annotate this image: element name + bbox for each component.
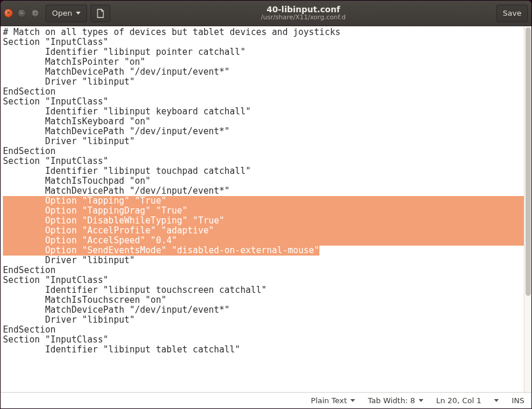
editor-line: EndSection <box>3 265 531 275</box>
editor-line: Identifier "libinput keyboard catchall" <box>3 107 531 117</box>
cursor-position-label: Ln 20, Col 1 <box>436 396 481 405</box>
editor-line: Option "Tapping" "True" <box>3 196 531 206</box>
tab-width-selector[interactable]: Tab Width: 8 <box>368 396 423 405</box>
editor-line: Driver "libinput" <box>3 137 531 146</box>
document-path: /usr/share/X11/xorg.conf.d <box>114 14 493 21</box>
editor-line: MatchDevicePath "/dev/input/event*" <box>3 186 531 196</box>
editor-line: Identifier "libinput pointer catchall" <box>3 47 531 57</box>
open-button[interactable]: Open <box>46 5 87 22</box>
editor-line: Driver "libinput" <box>3 256 531 265</box>
chevron-down-icon <box>76 12 81 15</box>
editor-line: MatchDevicePath "/dev/input/event*" <box>3 127 531 137</box>
editor-line: # Match on all types of devices but tabl… <box>3 27 531 37</box>
status-bar: Plain Text Tab Width: 8 Ln 20, Col 1 INS <box>1 392 531 408</box>
close-icon[interactable]: ✕ <box>4 9 13 18</box>
header-bar: ✕ – ▢ Open 40-libinput.conf /usr/share/X… <box>1 1 531 26</box>
editor-line: Driver "libinput" <box>3 315 531 325</box>
chevron-down-icon <box>494 399 499 402</box>
editor-line: Option "DisableWhileTyping" "True" <box>3 216 531 226</box>
text-editor[interactable]: # Match on all types of devices but tabl… <box>1 26 531 392</box>
editor-line: Identifier "libinput tablet catchall" <box>3 345 531 355</box>
chevron-down-icon <box>350 399 355 402</box>
editor-line: Option "AccelProfile" "adaptive" <box>3 226 531 236</box>
scrollbar-thumb[interactable] <box>526 27 531 296</box>
insert-mode-label: INS <box>512 396 524 405</box>
editor-line: Section "InputClass" <box>3 335 531 345</box>
editor-line: MatchIsTouchscreen "on" <box>3 295 531 305</box>
editor-line: MatchDevicePath "/dev/input/event*" <box>3 305 531 315</box>
editor-line: Section "InputClass" <box>3 97 531 107</box>
editor-line: MatchIsTouchpad "on" <box>3 176 531 186</box>
editor-line: Section "InputClass" <box>3 156 531 166</box>
new-document-button[interactable] <box>91 5 110 22</box>
extra-selector[interactable] <box>494 399 499 402</box>
editor-line: EndSection <box>3 146 531 156</box>
editor-line: Section "InputClass" <box>3 275 531 285</box>
editor-line: Option "TappingDrag" "True" <box>3 206 531 216</box>
syntax-label: Plain Text <box>311 396 347 405</box>
new-document-icon <box>96 9 105 18</box>
editor-line: Option "AccelSpeed" "0.4" <box>3 236 531 246</box>
editor-line: Driver "libinput" <box>3 77 531 87</box>
editor-line: MatchIsPointer "on" <box>3 57 531 67</box>
maximize-icon[interactable]: ▢ <box>31 9 40 18</box>
vertical-scrollbar[interactable] <box>524 26 531 392</box>
document-title: 40-libinput.conf <box>114 5 493 14</box>
editor-line: MatchIsKeyboard "on" <box>3 117 531 127</box>
editor-line: Identifier "libinput touchpad catchall" <box>3 166 531 176</box>
save-button[interactable]: Save <box>496 5 528 22</box>
minimize-icon[interactable]: – <box>18 9 26 18</box>
editor-line: Option "SendEventsMode" "disabled-on-ext… <box>3 246 531 256</box>
editor-line: MatchDevicePath "/dev/input/event*" <box>3 67 531 77</box>
syntax-selector[interactable]: Plain Text <box>311 396 355 405</box>
chevron-down-icon <box>419 399 423 402</box>
editor-line: Section "InputClass" <box>3 37 531 47</box>
title-block: 40-libinput.conf /usr/share/X11/xorg.con… <box>114 5 493 21</box>
editor-wrap: # Match on all types of devices but tabl… <box>1 26 531 408</box>
cursor-position: Ln 20, Col 1 <box>436 396 481 405</box>
editor-line: EndSection <box>3 325 531 335</box>
editor-line: EndSection <box>3 87 531 97</box>
editor-window: ✕ – ▢ Open 40-libinput.conf /usr/share/X… <box>0 0 532 409</box>
tab-width-label: Tab Width: 8 <box>368 396 415 405</box>
insert-mode[interactable]: INS <box>512 396 524 405</box>
window-controls: ✕ – ▢ <box>4 9 42 18</box>
open-button-label: Open <box>52 9 72 18</box>
save-button-label: Save <box>503 9 521 18</box>
editor-line: Identifier "libinput touchscreen catchal… <box>3 285 531 295</box>
